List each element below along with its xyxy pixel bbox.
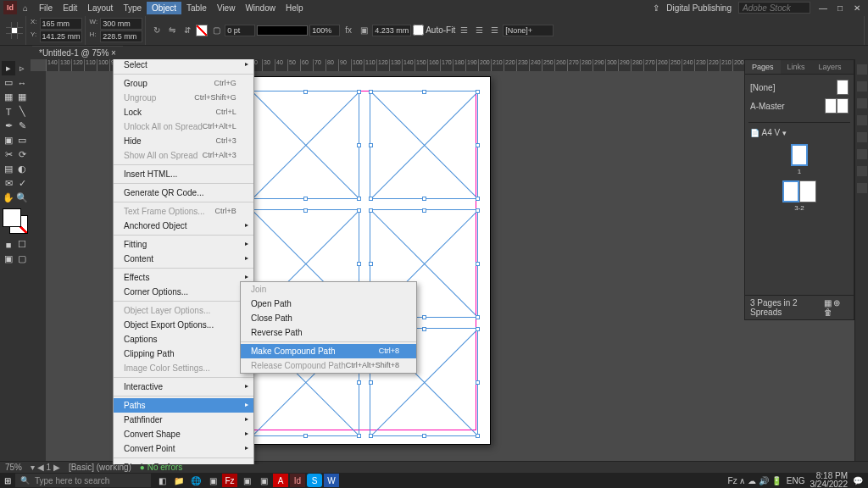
rect-frame-tool[interactable]: ▣ xyxy=(2,133,15,147)
panel-tab-4[interactable] xyxy=(857,115,867,125)
panel-tab-1[interactable] xyxy=(857,64,867,75)
selection-tool[interactable]: ▸ xyxy=(2,61,15,75)
panel-tab-6[interactable] xyxy=(857,149,867,159)
close-tab-icon[interactable]: × xyxy=(111,48,116,58)
menuitem-generate-qr-code-[interactable]: Generate QR Code... xyxy=(114,186,253,200)
filezilla-icon[interactable]: Fz xyxy=(222,474,237,487)
task-view-icon[interactable]: ◧ xyxy=(154,474,170,487)
menuitem-convert-shape[interactable]: Convert Shape xyxy=(114,427,253,441)
menuitem-object-export-options-[interactable]: Object Export Options... xyxy=(114,318,253,332)
menuitem-fitting[interactable]: Fitting xyxy=(114,237,253,252)
panel-tab-pages[interactable]: Pages xyxy=(745,60,781,74)
lang-indicator[interactable]: ENG xyxy=(787,476,805,485)
master-a-thumb-l[interactable] xyxy=(825,98,837,114)
clock-date[interactable]: 3/24/2022 xyxy=(810,480,849,488)
note-tool[interactable]: ✉ xyxy=(2,176,15,191)
menuitem-lock[interactable]: LockCtrl+L xyxy=(114,105,253,119)
page-size-select[interactable]: 📄 A4 V ▾ xyxy=(748,126,850,139)
menuitem-group[interactable]: GroupCtrl+G xyxy=(114,76,253,91)
menuitem-corner-options-[interactable]: Corner Options... xyxy=(114,285,253,299)
rect-tool[interactable]: ▭ xyxy=(15,133,29,147)
zoom-field[interactable] xyxy=(309,25,340,36)
page-2-thumb[interactable] xyxy=(782,180,799,202)
feather-tool[interactable]: ◐ xyxy=(15,162,29,176)
app-icon-1[interactable]: ▣ xyxy=(205,474,220,487)
image-frame-1[interactable] xyxy=(251,91,359,199)
menuitem-hide[interactable]: HideCtrl+3 xyxy=(114,134,253,148)
scissors-tool[interactable]: ✂ xyxy=(2,147,15,162)
menuitem-pathfinder[interactable]: Pathfinder xyxy=(114,413,253,427)
menu-file[interactable]: File xyxy=(34,2,58,14)
chrome-icon[interactable]: 🌐 xyxy=(188,474,203,487)
menu-table[interactable]: Table xyxy=(181,2,212,14)
w-field[interactable] xyxy=(100,18,142,30)
master-none[interactable]: [None] xyxy=(750,83,775,92)
pen-tool[interactable]: ✒ xyxy=(2,119,15,133)
menuitem-select[interactable]: Select xyxy=(114,59,253,72)
new-page-icon[interactable]: ▦ ⊕ 🗑 xyxy=(824,298,849,317)
page-1-thumb[interactable] xyxy=(791,144,808,166)
menuitem-anchored-object[interactable]: Anchored Object xyxy=(114,219,253,233)
para-style[interactable] xyxy=(503,25,554,36)
h-field[interactable] xyxy=(100,30,142,42)
panel-tab-layers[interactable]: Layers xyxy=(812,60,849,74)
flip-v-icon[interactable]: ⇵ xyxy=(181,24,194,37)
menu-type[interactable]: Type xyxy=(118,2,147,14)
zoom-status[interactable]: 75% xyxy=(5,463,22,472)
share-icon[interactable]: ⇪ xyxy=(653,3,659,13)
master-a[interactable]: A-Master xyxy=(750,102,785,111)
panel-tab-5[interactable] xyxy=(857,132,867,142)
tray-icons[interactable]: Fz ∧ ☁ 🔊 🔋 xyxy=(728,476,782,485)
close-button[interactable]: ✕ xyxy=(851,2,863,14)
gap-tool[interactable]: ↔ xyxy=(15,75,29,90)
align-left-icon[interactable]: ☰ xyxy=(457,24,470,37)
word-icon[interactable]: W xyxy=(324,474,339,487)
menu-window[interactable]: Window xyxy=(240,2,281,14)
acrobat-icon[interactable]: A xyxy=(273,474,288,487)
align-center-icon[interactable]: ☰ xyxy=(472,24,486,37)
panel-tab-links[interactable]: Links xyxy=(781,60,812,74)
x-field[interactable] xyxy=(40,18,82,30)
flip-h-icon[interactable]: ⇋ xyxy=(165,24,179,37)
panel-tab-2[interactable] xyxy=(857,81,867,92)
fill-swatch[interactable] xyxy=(196,25,208,36)
notifications-icon[interactable]: 💬 xyxy=(853,476,863,485)
menuitem-open-path[interactable]: Open Path xyxy=(241,297,416,311)
menuitem-make-compound-path[interactable]: Make Compound PathCtrl+8 xyxy=(241,344,416,358)
doc-tab[interactable]: *Untitled-1 @ 75% × xyxy=(32,46,123,59)
menu-object[interactable]: Object xyxy=(147,2,181,14)
zoom-tool[interactable]: 🔍 xyxy=(15,191,29,205)
apply-none[interactable]: ☐ xyxy=(15,237,29,252)
home-icon[interactable]: ⌂ xyxy=(19,1,32,14)
menu-help[interactable]: Help xyxy=(281,2,309,14)
minimize-button[interactable]: — xyxy=(817,2,829,14)
menuitem-close-path[interactable]: Close Path xyxy=(241,311,416,325)
effects-icon[interactable]: fx xyxy=(342,24,355,37)
menuitem-convert-point[interactable]: Convert Point xyxy=(114,441,253,456)
skype-icon[interactable]: S xyxy=(307,474,322,487)
page-tool[interactable]: ▭ xyxy=(2,75,15,90)
rotate-icon[interactable]: ↻ xyxy=(150,24,164,37)
transform-tool[interactable]: ⟳ xyxy=(15,147,29,162)
canvas[interactable]: 1401301201101009080706050403020100102030… xyxy=(31,59,868,464)
maximize-button[interactable]: □ xyxy=(834,2,846,14)
direct-select-tool[interactable]: ▹ xyxy=(15,61,29,75)
menuitem-display-performance[interactable]: Display Performance xyxy=(114,460,253,464)
content-placer-tool[interactable]: ▦ xyxy=(15,90,29,104)
panel-tab-7[interactable] xyxy=(857,166,867,176)
taskbar-search[interactable]: 🔍 Type here to search xyxy=(15,474,151,487)
menuitem-content[interactable]: Content xyxy=(114,252,253,266)
master-none-thumb[interactable] xyxy=(837,80,849,95)
menuitem-reverse-path[interactable]: Reverse Path xyxy=(241,325,416,340)
indesign-taskbar-icon[interactable]: Id xyxy=(290,474,305,487)
explorer-icon[interactable]: 📁 xyxy=(171,474,186,487)
pencil-tool[interactable]: ✎ xyxy=(15,119,29,133)
panel-tab-8[interactable] xyxy=(857,183,867,193)
menuitem-clipping-path[interactable]: Clipping Path xyxy=(114,347,253,361)
color-swatch[interactable] xyxy=(3,208,28,234)
normal-view[interactable]: ▣ xyxy=(2,252,15,266)
line-tool[interactable]: ╲ xyxy=(15,104,29,119)
spacing-field[interactable] xyxy=(372,25,411,36)
preview-view[interactable]: ▢ xyxy=(15,252,29,266)
gradient-tool[interactable]: ▤ xyxy=(2,162,15,176)
